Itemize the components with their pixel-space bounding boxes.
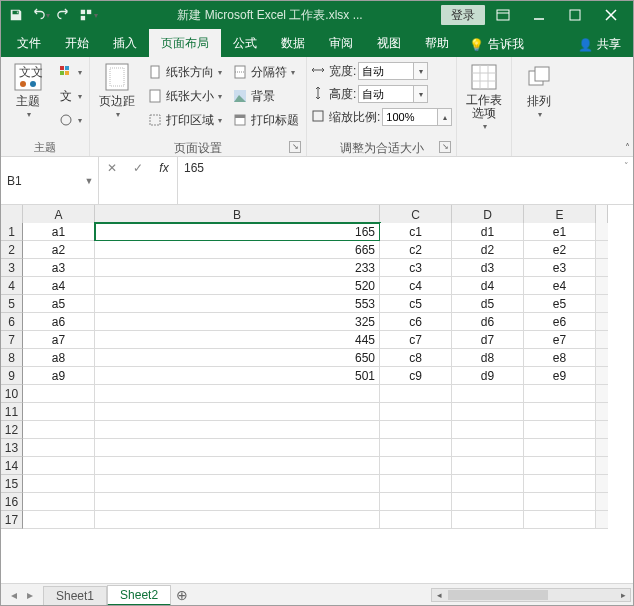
cell-E5[interactable]: e5 [524, 295, 596, 313]
cell-B2[interactable]: 665 [95, 241, 380, 259]
column-header-A[interactable]: A [23, 205, 95, 225]
cell-B13[interactable] [95, 439, 380, 457]
cell-D4[interactable]: d4 [452, 277, 524, 295]
tab-home[interactable]: 开始 [53, 29, 101, 57]
undo-button[interactable]: ▾ [29, 4, 51, 26]
cell-B5[interactable]: 553 [95, 295, 380, 313]
name-box-input[interactable] [1, 159, 80, 203]
cell-B17[interactable] [95, 511, 380, 529]
scale-launcher[interactable]: ↘ [439, 141, 451, 153]
maximize-button[interactable] [557, 1, 593, 29]
row-header-16[interactable]: 16 [1, 493, 23, 511]
name-box-dropdown[interactable]: ▼ [80, 176, 98, 186]
cell-E13[interactable] [524, 439, 596, 457]
cell-C3[interactable]: c3 [380, 259, 452, 277]
print-area-button[interactable]: 打印区域▾ [144, 109, 225, 131]
row-header-5[interactable]: 5 [1, 295, 23, 313]
cell-A16[interactable] [23, 493, 95, 511]
cell-B11[interactable] [95, 403, 380, 421]
cell-A1[interactable]: a1 [23, 223, 95, 241]
cell-C10[interactable] [380, 385, 452, 403]
share-button[interactable]: 👤共享 [570, 32, 629, 57]
cell-D14[interactable] [452, 457, 524, 475]
cell-C15[interactable] [380, 475, 452, 493]
cell-D17[interactable] [452, 511, 524, 529]
cell-B9[interactable]: 501 [95, 367, 380, 385]
cell-A15[interactable] [23, 475, 95, 493]
cell-C1[interactable]: c1 [380, 223, 452, 241]
row-header-2[interactable]: 2 [1, 241, 23, 259]
arrange-button[interactable]: 排列 ▾ [516, 59, 562, 131]
minimize-button[interactable] [521, 1, 557, 29]
cell-D13[interactable] [452, 439, 524, 457]
cell-E6[interactable]: e6 [524, 313, 596, 331]
cell-C12[interactable] [380, 421, 452, 439]
cell-A10[interactable] [23, 385, 95, 403]
sheet-options-button[interactable]: 工作表选项 ▾ [461, 59, 507, 131]
row-header-11[interactable]: 11 [1, 403, 23, 421]
cell-A14[interactable] [23, 457, 95, 475]
cell-C2[interactable]: c2 [380, 241, 452, 259]
redo-button[interactable] [53, 4, 75, 26]
cell-E12[interactable] [524, 421, 596, 439]
cell-D2[interactable]: d2 [452, 241, 524, 259]
touch-mode-button[interactable]: ▾ [77, 4, 99, 26]
theme-effects-button[interactable]: ▾ [55, 109, 85, 131]
cell-A6[interactable]: a6 [23, 313, 95, 331]
tab-review[interactable]: 审阅 [317, 29, 365, 57]
cell-A7[interactable]: a7 [23, 331, 95, 349]
cell-D1[interactable]: d1 [452, 223, 524, 241]
expand-formula-bar-button[interactable]: ˅ [624, 161, 629, 171]
column-header-D[interactable]: D [452, 205, 524, 225]
insert-function-button[interactable]: fx [151, 157, 177, 179]
cell-E11[interactable] [524, 403, 596, 421]
cell-C5[interactable]: c5 [380, 295, 452, 313]
cell-A11[interactable] [23, 403, 95, 421]
cell-D7[interactable]: d7 [452, 331, 524, 349]
tell-me-button[interactable]: 💡告诉我 [461, 32, 532, 57]
row-header-12[interactable]: 12 [1, 421, 23, 439]
row-header-7[interactable]: 7 [1, 331, 23, 349]
row-header-9[interactable]: 9 [1, 367, 23, 385]
save-button[interactable] [5, 4, 27, 26]
cell-D12[interactable] [452, 421, 524, 439]
cell-E7[interactable]: e7 [524, 331, 596, 349]
ribbon-options-button[interactable] [485, 1, 521, 29]
column-header-C[interactable]: C [380, 205, 452, 225]
cell-C11[interactable] [380, 403, 452, 421]
theme-colors-button[interactable]: ▾ [55, 61, 85, 83]
cell-E1[interactable]: e1 [524, 223, 596, 241]
background-button[interactable]: 背景 [229, 85, 302, 107]
tab-formulas[interactable]: 公式 [221, 29, 269, 57]
cell-D11[interactable] [452, 403, 524, 421]
cell-A12[interactable] [23, 421, 95, 439]
cell-A9[interactable]: a9 [23, 367, 95, 385]
cell-C7[interactable]: c7 [380, 331, 452, 349]
cell-C8[interactable]: c8 [380, 349, 452, 367]
enter-formula-button[interactable]: ✓ [125, 157, 151, 179]
cell-B16[interactable] [95, 493, 380, 511]
theme-fonts-button[interactable]: 文▾ [55, 85, 85, 107]
tab-help[interactable]: 帮助 [413, 29, 461, 57]
cell-C17[interactable] [380, 511, 452, 529]
row-header-8[interactable]: 8 [1, 349, 23, 367]
height-dropdown[interactable]: ▾ [414, 85, 428, 103]
cell-C14[interactable] [380, 457, 452, 475]
print-titles-button[interactable]: 打印标题 [229, 109, 302, 131]
row-header-4[interactable]: 4 [1, 277, 23, 295]
row-header-14[interactable]: 14 [1, 457, 23, 475]
tab-insert[interactable]: 插入 [101, 29, 149, 57]
cell-D16[interactable] [452, 493, 524, 511]
cancel-formula-button[interactable]: ✕ [99, 157, 125, 179]
cell-E3[interactable]: e3 [524, 259, 596, 277]
cell-E17[interactable] [524, 511, 596, 529]
cell-E2[interactable]: e2 [524, 241, 596, 259]
width-dropdown[interactable]: ▾ [414, 62, 428, 80]
cell-D3[interactable]: d3 [452, 259, 524, 277]
row-header-17[interactable]: 17 [1, 511, 23, 529]
cell-C16[interactable] [380, 493, 452, 511]
horizontal-scrollbar[interactable]: ◂▸ [193, 588, 633, 602]
cell-A4[interactable]: a4 [23, 277, 95, 295]
cell-E14[interactable] [524, 457, 596, 475]
cell-E4[interactable]: e4 [524, 277, 596, 295]
